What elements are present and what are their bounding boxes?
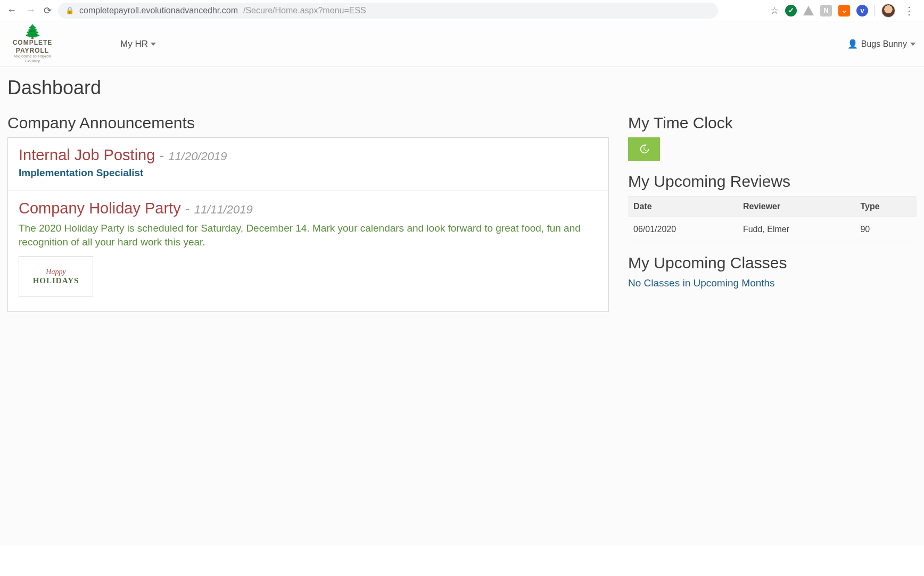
reload-button[interactable]: ⟳ xyxy=(44,5,52,17)
extension-drive-icon[interactable] xyxy=(803,6,814,15)
browser-toolbar: ← → ⟳ 🔒 completepayroll.evolutionadvance… xyxy=(0,0,924,21)
user-icon: 👤 xyxy=(847,39,858,49)
logo-tagline: Welcome to Payroll Country xyxy=(9,54,56,64)
logo-brand-line1: COMPLETE xyxy=(13,39,53,46)
announcement-title: Internal Job Posting xyxy=(19,146,155,164)
extension-v-icon[interactable]: v xyxy=(856,5,868,17)
review-type: 90 xyxy=(855,217,917,242)
announcement-image[interactable]: Happy HOLIDAYS xyxy=(19,256,93,297)
reviews-table: Date Reviewer Type 06/01/2020 Fudd, Elme… xyxy=(628,196,917,242)
page-body: Dashboard Company Announcements Internal… xyxy=(0,67,924,546)
announcement-title: Company Holiday Party xyxy=(19,200,181,217)
announcement-separator: - xyxy=(159,147,164,164)
announcements-heading: Company Announcements xyxy=(7,114,609,132)
back-button[interactable]: ← xyxy=(5,5,18,16)
reviews-col-reviewer: Reviewer xyxy=(738,196,855,217)
profile-avatar[interactable] xyxy=(881,4,895,18)
extension-gray-icon[interactable]: N xyxy=(820,5,832,17)
logo[interactable]: 🌲 COMPLETE PAYROLL Welcome to Payroll Co… xyxy=(9,24,56,64)
nav-my-hr-label: My HR xyxy=(120,39,148,50)
announcement-link[interactable]: Implementation Specialist xyxy=(19,167,598,179)
logo-brand-line2: PAYROLL xyxy=(16,47,49,54)
classes-empty-message: No Classes in Upcoming Months xyxy=(628,277,917,289)
chevron-down-icon xyxy=(151,43,156,46)
announcement-date: 11/11/2019 xyxy=(194,203,253,217)
address-bar[interactable]: 🔒 completepayroll.evolutionadvancedhr.co… xyxy=(58,3,718,19)
extension-checkmark-icon[interactable]: ✓ xyxy=(785,5,797,17)
announcement-date: 11/20/2019 xyxy=(168,150,227,163)
table-row: 06/01/2020 Fudd, Elmer 90 xyxy=(628,217,917,242)
reviews-heading: My Upcoming Reviews xyxy=(628,172,917,191)
main-nav: My HR xyxy=(120,39,156,50)
announcement-body: The 2020 Holiday Party is scheduled for … xyxy=(19,221,598,249)
lock-icon: 🔒 xyxy=(65,6,74,14)
timeclock-button[interactable] xyxy=(628,137,660,161)
announcement-item: Company Holiday Party - 11/11/2019 The 2… xyxy=(8,191,608,311)
bookmark-star-icon[interactable]: ☆ xyxy=(770,5,779,17)
forward-button[interactable]: → xyxy=(24,5,37,16)
clock-icon xyxy=(638,143,650,155)
reviews-col-type: Type xyxy=(855,196,917,217)
timeclock-heading: My Time Clock xyxy=(628,114,917,132)
separator xyxy=(874,5,875,17)
reviews-col-date: Date xyxy=(628,196,738,217)
classes-heading: My Upcoming Classes xyxy=(628,254,917,272)
image-text-line1: Happy xyxy=(33,268,79,276)
user-menu[interactable]: 👤 Bugs Bunny xyxy=(847,39,915,49)
announcements-card: Internal Job Posting - 11/20/2019 Implem… xyxy=(7,137,609,312)
review-date: 06/01/2020 xyxy=(628,217,738,242)
browser-menu-icon[interactable]: ⋮ xyxy=(902,4,917,17)
nav-my-hr[interactable]: My HR xyxy=(120,39,156,50)
announcement-separator: - xyxy=(185,201,190,217)
extension-hubspot-icon[interactable]: ⌄ xyxy=(838,5,850,17)
url-path: /Secure/Home.aspx?menu=ESS xyxy=(243,6,366,15)
url-host: completepayroll.evolutionadvancedhr.com xyxy=(79,6,238,15)
app-header: 🌲 COMPLETE PAYROLL Welcome to Payroll Co… xyxy=(0,21,924,67)
logo-tree-icon: 🌲 xyxy=(24,24,41,38)
chevron-down-icon xyxy=(910,43,915,46)
announcement-item: Internal Job Posting - 11/20/2019 Implem… xyxy=(8,138,608,191)
image-text-line2: HOLIDAYS xyxy=(33,276,79,285)
review-reviewer: Fudd, Elmer xyxy=(738,217,855,242)
page-title: Dashboard xyxy=(7,77,917,99)
browser-actions: ☆ ✓ N ⌄ v ⋮ xyxy=(770,4,919,18)
user-name: Bugs Bunny xyxy=(861,39,907,49)
